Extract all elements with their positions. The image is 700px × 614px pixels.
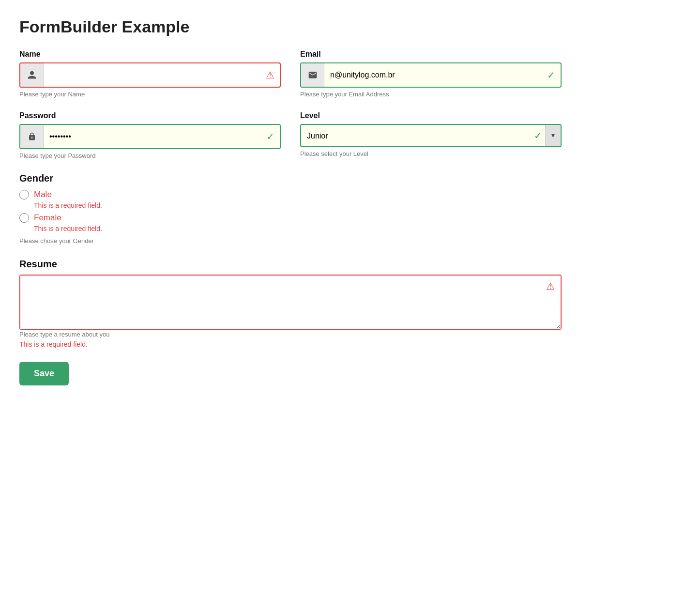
email-success-icon: ✓ (541, 69, 561, 81)
male-label: Male (34, 190, 52, 200)
female-radio-row: Female (19, 213, 562, 223)
male-error-message: This is a required field. (34, 201, 562, 209)
resume-label: Resume (19, 259, 562, 270)
email-field-group: Email ✓ Please type your Email Address (300, 50, 562, 98)
level-label: Level (300, 111, 562, 120)
female-label: Female (34, 213, 61, 223)
male-radio-row: Male (19, 190, 562, 200)
resume-error-message: This is a required field. (19, 340, 562, 348)
gender-hint: Please chose your Gender (19, 237, 94, 245)
resume-hint: Please type a resume about you (19, 331, 109, 338)
password-input[interactable] (44, 125, 260, 148)
level-hint: Please select your Level (300, 150, 562, 157)
level-field-group: Level Junior Mid Senior ✓ ▼ Please selec… (300, 111, 562, 159)
email-icon (301, 63, 324, 87)
password-field-group: Password ✓ Please type your Password (19, 111, 281, 159)
gender-label: Gender (19, 173, 562, 184)
chevron-down-icon: ▼ (545, 125, 561, 146)
female-radio[interactable] (19, 213, 29, 223)
password-hint: Please type your Password (19, 152, 281, 159)
level-success-icon: ✓ (531, 130, 545, 141)
resume-section: Resume ⚠ Please type a resume about you … (19, 259, 562, 348)
resume-textarea-wrapper: ⚠ (19, 275, 562, 330)
password-level-row: Password ✓ Please type your Password Lev… (19, 111, 562, 159)
name-hint: Please type your Name (19, 91, 281, 98)
user-icon (20, 63, 44, 87)
name-email-row: Name ⚠ Please type your Name Email ✓ Ple… (19, 50, 562, 98)
password-label: Password (19, 111, 281, 120)
name-field-group: Name ⚠ Please type your Name (19, 50, 281, 98)
save-button[interactable]: Save (19, 362, 69, 385)
lock-icon (20, 125, 44, 148)
name-input-wrapper: ⚠ (19, 62, 281, 88)
level-select-wrapper: Junior Mid Senior ✓ ▼ (300, 124, 562, 147)
male-radio[interactable] (19, 190, 29, 200)
email-hint: Please type your Email Address (300, 91, 562, 98)
name-error-icon: ⚠ (260, 69, 280, 81)
email-label: Email (300, 50, 562, 59)
password-input-wrapper: ✓ (19, 124, 281, 149)
password-success-icon: ✓ (260, 131, 280, 142)
female-error-message: This is a required field. (34, 225, 562, 232)
page-title: FormBuilder Example (19, 17, 562, 36)
resume-error-icon: ⚠ (546, 280, 555, 292)
email-input[interactable] (324, 63, 541, 87)
gender-section: Gender Male This is a required field. Fe… (19, 173, 562, 245)
name-input[interactable] (44, 63, 260, 87)
name-label: Name (19, 50, 281, 59)
email-input-wrapper: ✓ (300, 62, 562, 88)
resume-input[interactable] (20, 276, 561, 329)
level-select[interactable]: Junior Mid Senior (301, 125, 531, 146)
